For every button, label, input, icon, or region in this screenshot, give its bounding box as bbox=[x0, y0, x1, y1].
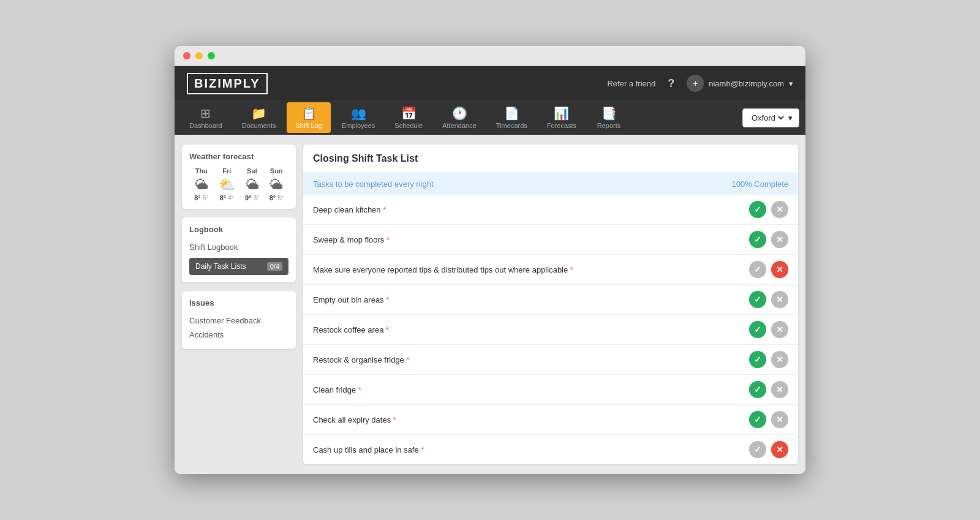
location-dropdown-icon: ▾ bbox=[788, 113, 793, 122]
day-sun-icon: 🌥 bbox=[270, 177, 283, 193]
task-actions-1: ✓ ✕ bbox=[749, 231, 788, 248]
task-check-button-0[interactable]: ✓ bbox=[749, 201, 766, 218]
sidebar: Weather forecast Thu 🌥 8° 5° Fri ⛅ bbox=[175, 135, 303, 474]
documents-icon: 📁 bbox=[251, 106, 266, 121]
refer-link[interactable]: Refer a friend bbox=[607, 79, 655, 88]
shiftlog-icon: 📋 bbox=[301, 106, 317, 121]
task-name-3: Empty out bin areas * bbox=[313, 295, 389, 304]
task-check-button-5[interactable]: ✓ bbox=[749, 351, 766, 368]
user-dropdown-icon: ▾ bbox=[789, 79, 793, 88]
task-actions-3: ✓ ✕ bbox=[749, 291, 788, 308]
task-name-7: Check all expiry dates * bbox=[313, 415, 396, 424]
daily-task-button[interactable]: Daily Task Lists 0/4 bbox=[189, 258, 288, 275]
user-menu[interactable]: + niamh@bizimply.com ▾ bbox=[687, 75, 793, 92]
day-fri-label: Fri bbox=[222, 167, 231, 175]
nav-item-shiftlog[interactable]: 📋 Shift Log bbox=[287, 102, 330, 133]
task-x-button-5[interactable]: ✕ bbox=[771, 351, 788, 368]
titlebar bbox=[175, 46, 805, 66]
daily-task-count: 0/4 bbox=[267, 262, 282, 271]
nav-label-timecards: Timecards bbox=[496, 122, 527, 129]
dashboard-icon: ⊞ bbox=[200, 106, 211, 121]
day-thu-icon: 🌥 bbox=[195, 177, 208, 193]
logbook-title: Logbook bbox=[189, 225, 288, 234]
task-row: Clean fridge * ✓ ✕ bbox=[303, 375, 798, 405]
nav-item-documents[interactable]: 📁 Documents bbox=[233, 102, 285, 133]
location-dropdown[interactable]: Oxford bbox=[749, 113, 786, 123]
task-check-button-1[interactable]: ✓ bbox=[749, 231, 766, 248]
task-name-2: Make sure everyone reported tips & distr… bbox=[313, 265, 573, 274]
weather-day-sat: Sat 🌥 9° 3° bbox=[245, 167, 259, 202]
task-x-button-2[interactable]: ✕ bbox=[771, 261, 788, 278]
task-actions-6: ✓ ✕ bbox=[749, 381, 788, 398]
issues-title: Issues bbox=[189, 298, 288, 307]
weather-title: Weather forecast bbox=[189, 152, 288, 161]
task-check-button-3[interactable]: ✓ bbox=[749, 291, 766, 308]
nav-label-shiftlog: Shift Log bbox=[295, 122, 322, 129]
task-name-1: Sweep & mop floors * bbox=[313, 235, 390, 244]
nav-item-employees[interactable]: 👥 Employees bbox=[333, 102, 383, 133]
task-check-button-7[interactable]: ✓ bbox=[749, 411, 766, 428]
task-x-button-7[interactable]: ✕ bbox=[771, 411, 788, 428]
task-row: Sweep & mop floors * ✓ ✕ bbox=[303, 225, 798, 255]
task-panel-title: Closing Shift Task List bbox=[313, 153, 788, 164]
app-window: BIZIMPLY Refer a friend ? + niamh@bizimp… bbox=[175, 46, 805, 474]
task-row: Deep clean kitchen * ✓ ✕ bbox=[303, 195, 798, 225]
help-button[interactable]: ? bbox=[668, 77, 674, 90]
avatar: + bbox=[687, 75, 704, 92]
weather-day-fri: Fri ⛅ 8° 4° bbox=[219, 167, 235, 202]
close-dot[interactable] bbox=[183, 52, 190, 59]
logbook-card: Logbook Shift Logbook Daily Task Lists 0… bbox=[182, 217, 296, 282]
user-email: niamh@bizimply.com bbox=[709, 79, 784, 88]
maximize-dot[interactable] bbox=[208, 52, 215, 59]
task-x-button-3[interactable]: ✕ bbox=[771, 291, 788, 308]
task-list-header: Tasks to be completed every night 100% C… bbox=[303, 173, 798, 195]
completion-pct: 100% Complete bbox=[732, 179, 789, 189]
nav-item-timecards[interactable]: 📄 Timecards bbox=[488, 102, 536, 133]
task-rows-container: Deep clean kitchen * ✓ ✕ Sweep & mop flo… bbox=[303, 195, 798, 464]
weather-days: Thu 🌥 8° 5° Fri ⛅ 8° 4° bbox=[189, 167, 288, 202]
task-x-button-0[interactable]: ✕ bbox=[771, 201, 788, 218]
day-sun-temps: 8° 5° bbox=[270, 194, 284, 202]
nav-item-schedule[interactable]: 📅 Schedule bbox=[386, 102, 431, 133]
task-subtitle: Tasks to be completed every night bbox=[313, 179, 434, 189]
nav-item-dashboard[interactable]: ⊞ Dashboard bbox=[181, 102, 231, 133]
nav-item-forecasts[interactable]: 📊 Forecasts bbox=[538, 102, 585, 133]
day-thu-temps: 8° 5° bbox=[194, 194, 208, 202]
task-check-button-8[interactable]: ✓ bbox=[749, 441, 766, 458]
nav-item-reports[interactable]: 📑 Reports bbox=[587, 102, 630, 133]
task-x-button-8[interactable]: ✕ bbox=[771, 441, 788, 458]
task-x-button-6[interactable]: ✕ bbox=[771, 381, 788, 398]
navbar: ⊞ Dashboard 📁 Documents 📋 Shift Log 👥 Em… bbox=[175, 100, 805, 135]
nav-label-schedule: Schedule bbox=[394, 122, 423, 129]
task-row: Cash up tills and place in safe * ✓ ✕ bbox=[303, 435, 798, 464]
task-actions-5: ✓ ✕ bbox=[749, 351, 788, 368]
day-sat-label: Sat bbox=[247, 167, 257, 175]
shift-logbook-link[interactable]: Shift Logbook bbox=[189, 240, 288, 254]
task-panel: Closing Shift Task List Tasks to be comp… bbox=[303, 145, 798, 464]
task-actions-0: ✓ ✕ bbox=[749, 201, 788, 218]
task-check-button-6[interactable]: ✓ bbox=[749, 381, 766, 398]
main-content: Weather forecast Thu 🌥 8° 5° Fri ⛅ bbox=[175, 135, 805, 474]
task-actions-2: ✓ ✕ bbox=[749, 261, 788, 278]
customer-feedback-link[interactable]: Customer Feedback bbox=[189, 314, 288, 328]
weather-day-thu: Thu 🌥 8° 5° bbox=[194, 167, 208, 202]
task-x-button-1[interactable]: ✕ bbox=[771, 231, 788, 248]
task-x-button-4[interactable]: ✕ bbox=[771, 321, 788, 338]
accidents-link[interactable]: Accidents bbox=[189, 328, 288, 342]
task-actions-4: ✓ ✕ bbox=[749, 321, 788, 338]
location-select[interactable]: Oxford ▾ bbox=[742, 108, 799, 127]
nav-label-forecasts: Forecasts bbox=[547, 122, 576, 129]
task-check-button-2[interactable]: ✓ bbox=[749, 261, 766, 278]
daily-task-label: Daily Task Lists bbox=[195, 262, 246, 271]
logo: BIZIMPLY bbox=[187, 73, 268, 94]
nav-label-attendance: Attendance bbox=[442, 122, 477, 129]
minimize-dot[interactable] bbox=[195, 52, 203, 59]
task-check-button-4[interactable]: ✓ bbox=[749, 321, 766, 338]
forecasts-icon: 📊 bbox=[554, 106, 569, 121]
day-sat-temps: 9° 3° bbox=[245, 194, 259, 202]
day-sat-icon: 🌥 bbox=[246, 177, 259, 193]
task-name-4: Restock coffee area * bbox=[313, 325, 389, 334]
task-actions-8: ✓ ✕ bbox=[749, 441, 788, 458]
attendance-icon: 🕐 bbox=[452, 106, 467, 121]
nav-item-attendance[interactable]: 🕐 Attendance bbox=[434, 102, 485, 133]
